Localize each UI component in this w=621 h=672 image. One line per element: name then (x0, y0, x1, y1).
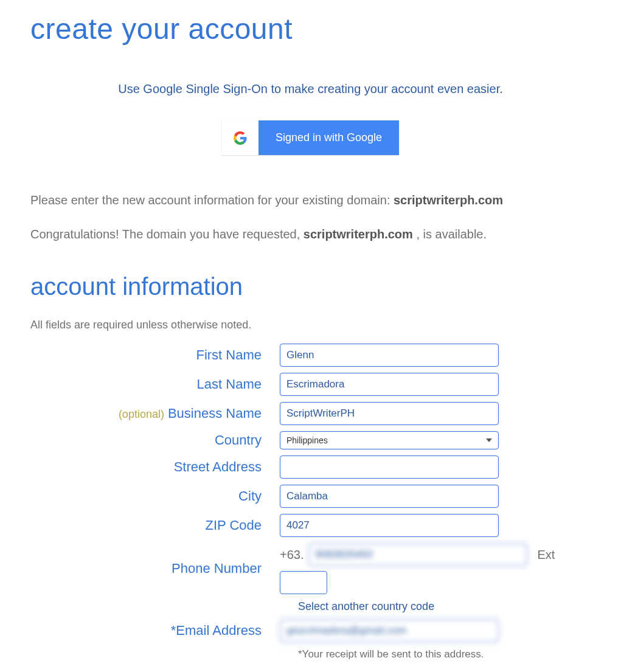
business-name-label: (optional)Business Name (30, 406, 280, 421)
email-label: *Email Address (30, 623, 280, 639)
email-input[interactable] (280, 619, 499, 642)
zip-input[interactable] (280, 514, 499, 537)
phone-input[interactable] (308, 543, 527, 566)
last-name-input[interactable] (280, 373, 499, 396)
google-signin-label: Signed in with Google (258, 120, 399, 155)
domain-intro-line2: Congratulations! The domain you have req… (30, 226, 591, 243)
google-signin-button[interactable]: Signed in with Google (222, 120, 399, 155)
page-title: create your account (30, 12, 591, 46)
sso-description: Use Google Single Sign-On to make creati… (30, 82, 591, 96)
city-label: City (30, 488, 280, 504)
receipt-note: *Your receipt will be sent to this addre… (298, 648, 484, 660)
ext-input[interactable] (280, 571, 327, 594)
country-select[interactable]: Philippines (280, 431, 499, 449)
zip-label: ZIP Code (30, 518, 280, 533)
street-address-label: Street Address (30, 459, 280, 475)
last-name-label: Last Name (30, 376, 280, 392)
first-name-label: First Name (30, 347, 280, 363)
city-input[interactable] (280, 485, 499, 508)
phone-label: Phone Number (30, 561, 280, 577)
google-icon (222, 120, 258, 155)
optional-tag: (optional) (119, 408, 164, 420)
business-name-input[interactable] (280, 402, 499, 425)
section-title: account information (30, 273, 591, 300)
country-label: Country (30, 432, 280, 448)
phone-prefix: +63. (280, 548, 304, 562)
required-fields-note: All fields are required unless otherwise… (30, 319, 591, 331)
domain-intro-line1: Please enter the new account information… (30, 192, 591, 209)
country-code-link[interactable]: Select another country code (298, 600, 434, 612)
ext-label: Ext (537, 548, 555, 562)
street-address-input[interactable] (280, 456, 499, 479)
first-name-input[interactable] (280, 344, 499, 367)
